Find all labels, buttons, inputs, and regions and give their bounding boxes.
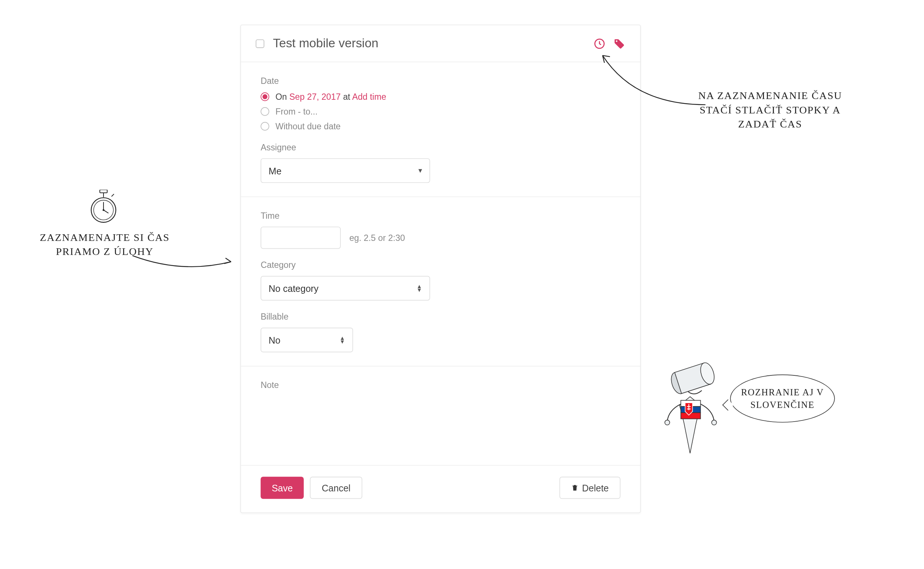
svg-line-3 (112, 194, 114, 196)
speech-bubble: ROZHRANIE AJ V SLOVENČINE (730, 375, 834, 423)
date-on-text: On Sep 27, 2017 at Add time (276, 91, 386, 102)
mascot-robot-icon (650, 361, 730, 472)
annotation-bubble: ROZHRANIE AJ V SLOVENČINE (734, 386, 831, 411)
save-button[interactable]: Save (260, 477, 304, 499)
chevron-down-icon: ▾ (419, 166, 422, 175)
stopwatch-icon (90, 190, 118, 224)
header-actions (593, 37, 626, 50)
date-label: Date (260, 76, 621, 86)
task-complete-checkbox[interactable] (256, 39, 264, 48)
date-option-on[interactable]: On Sep 27, 2017 at Add time (260, 91, 621, 102)
task-header: Test mobile version (241, 25, 640, 62)
radio-selected-icon (260, 92, 269, 101)
date-section: Date On Sep 27, 2017 at Add time From - … (241, 62, 640, 197)
task-card: Test mobile version Date On Sep 27, 2017… (240, 25, 641, 513)
delete-label: Delete (582, 482, 609, 493)
time-input[interactable] (260, 227, 341, 249)
category-label: Category (260, 260, 621, 270)
note-textarea[interactable] (260, 396, 621, 452)
arrow-icon (129, 250, 237, 272)
time-section: Time eg. 2.5 or 2:30 Category No categor… (241, 197, 640, 366)
task-title[interactable]: Test mobile version (273, 36, 593, 50)
note-section: Note (241, 367, 640, 466)
svg-point-8 (103, 209, 105, 211)
time-label: Time (260, 211, 621, 221)
svg-point-16 (711, 420, 716, 425)
annotation-right: NA ZAZNAMENANIE ČASU STAČÍ STLAČIŤ STOPK… (690, 90, 850, 132)
delete-button[interactable]: Delete (559, 477, 621, 499)
category-select[interactable]: No category ▲▼ (260, 276, 430, 301)
svg-rect-1 (100, 190, 107, 193)
svg-point-15 (665, 420, 670, 425)
sort-icon: ▲▼ (339, 336, 345, 344)
card-footer: Save Cancel Delete (241, 466, 640, 513)
radio-icon (260, 122, 269, 131)
date-option-without[interactable]: Without due date (260, 121, 621, 131)
category-value: No category (269, 283, 318, 294)
tag-icon[interactable] (613, 37, 626, 50)
time-hint: eg. 2.5 or 2:30 (349, 233, 405, 243)
assignee-value: Me (269, 166, 282, 176)
date-option-fromto[interactable]: From - to... (260, 106, 621, 116)
billable-select[interactable]: No ▲▼ (260, 328, 353, 353)
radio-icon (260, 107, 269, 116)
billable-value: No (269, 335, 280, 345)
clock-icon[interactable] (593, 37, 606, 50)
assignee-select[interactable]: Me ▾ (260, 158, 430, 183)
billable-label: Billable (260, 312, 621, 322)
assignee-label: Assignee (260, 142, 621, 152)
date-fromto-text: From - to... (276, 106, 318, 116)
trash-icon (571, 484, 578, 492)
note-label: Note (260, 380, 621, 390)
sort-icon: ▲▼ (417, 284, 422, 292)
cancel-button[interactable]: Cancel (310, 477, 362, 499)
date-without-text: Without due date (276, 121, 340, 131)
